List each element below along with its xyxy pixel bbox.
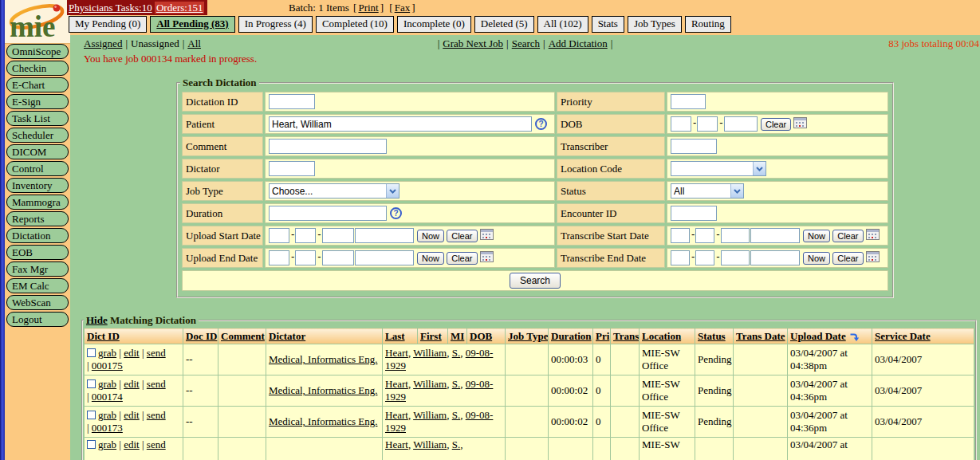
- patient-name-link[interactable]: William: [413, 438, 447, 450]
- sidebar-item-mammogra[interactable]: Mammogra: [6, 195, 69, 210]
- calendar-icon[interactable]: [793, 117, 807, 132]
- print-link[interactable]: Print: [358, 2, 378, 14]
- sidebar-item-e-chart[interactable]: E-Chart: [6, 77, 69, 92]
- dictator-link[interactable]: Medical, Informatics Eng.: [269, 384, 377, 396]
- upload-start-now-button[interactable]: Now: [417, 230, 444, 242]
- tab-incomplete-0[interactable]: Incomplete (0): [397, 16, 471, 33]
- help-icon[interactable]: ?: [390, 207, 402, 219]
- send-link[interactable]: send: [147, 347, 166, 359]
- tab-all-102[interactable]: All (102): [537, 16, 588, 33]
- send-link[interactable]: send: [147, 378, 166, 390]
- patient-name-link[interactable]: William: [413, 409, 447, 421]
- sort-link-trans-date[interactable]: Trans Date: [736, 330, 785, 342]
- sort-link-pri[interactable]: Pri: [596, 330, 609, 342]
- tab-job-types[interactable]: Job Types: [628, 16, 682, 33]
- orders-link[interactable]: Orders:151: [155, 2, 205, 14]
- dictation-id-field[interactable]: [269, 94, 315, 109]
- transcribe-end-month-field[interactable]: [671, 250, 690, 265]
- tab-in-progress-4[interactable]: In Progress (4): [238, 16, 313, 33]
- upload-end-clear-button[interactable]: Clear: [447, 252, 477, 265]
- transcribe-end-day-field[interactable]: [695, 250, 714, 265]
- comment-field[interactable]: [269, 139, 387, 154]
- sidebar-item-task-list[interactable]: Task List: [6, 111, 69, 126]
- sort-link-mi[interactable]: MI: [451, 330, 464, 342]
- row-checkbox[interactable]: [87, 440, 96, 449]
- add-dictation-link[interactable]: Add Dictation: [549, 37, 608, 49]
- patient-name-link[interactable]: William: [413, 378, 447, 390]
- sort-link-dictator[interactable]: Dictator: [269, 330, 305, 342]
- dictator-link[interactable]: Medical, Informatics Eng.: [269, 353, 377, 365]
- patient-name-link[interactable]: S.: [452, 409, 460, 421]
- patient-name-link[interactable]: William: [413, 347, 447, 359]
- upload-end-month-field[interactable]: [269, 250, 289, 265]
- sort-link-first[interactable]: First: [420, 330, 442, 342]
- sort-link-job-type[interactable]: Job Type: [508, 330, 548, 342]
- sort-link-comment[interactable]: Comment: [221, 330, 265, 342]
- dict-id-link[interactable]: 000174: [92, 391, 123, 403]
- patient-name-link[interactable]: Heart: [385, 347, 408, 359]
- dob-clear-button[interactable]: Clear: [761, 118, 791, 131]
- sort-link-service-date[interactable]: Service Date: [875, 330, 931, 342]
- tab-all-pending-83[interactable]: All Pending (83): [150, 16, 234, 33]
- row-checkbox[interactable]: [87, 379, 96, 388]
- sidebar-item-dicom[interactable]: DICOM: [6, 144, 69, 159]
- dob-day-field[interactable]: [697, 116, 718, 132]
- upload-end-day-field[interactable]: [295, 250, 316, 265]
- patient-name-link[interactable]: Heart: [385, 438, 408, 450]
- grab-link[interactable]: grab: [98, 438, 116, 450]
- send-link[interactable]: send: [147, 409, 166, 421]
- transcribe-start-time-field[interactable]: [750, 228, 800, 243]
- edit-link[interactable]: edit: [124, 347, 140, 359]
- patient-name-link[interactable]: S.: [452, 438, 460, 450]
- sort-link-dob[interactable]: DOB: [470, 330, 492, 342]
- patient-name-link[interactable]: S.: [452, 378, 460, 390]
- upload-start-year-field[interactable]: [322, 228, 354, 243]
- search-button[interactable]: Search: [510, 273, 561, 289]
- calendar-icon[interactable]: [866, 229, 880, 243]
- grab-next-job-link[interactable]: Grab Next Job: [443, 37, 503, 49]
- transcribe-start-day-field[interactable]: [695, 228, 714, 243]
- patient-field[interactable]: [269, 116, 532, 132]
- grab-link[interactable]: grab: [98, 409, 116, 421]
- location-code-select[interactable]: [671, 161, 766, 176]
- calendar-icon[interactable]: [480, 251, 494, 265]
- job-type-select[interactable]: Choose...: [269, 183, 399, 199]
- sidebar-item-scheduler[interactable]: Scheduler: [6, 128, 69, 143]
- physicians-tasks-link[interactable]: Physicians Tasks:10: [69, 2, 152, 14]
- sidebar-item-inventory[interactable]: Inventory: [6, 178, 69, 193]
- sort-link-trans[interactable]: Trans: [613, 330, 639, 342]
- transcribe-end-clear-button[interactable]: Clear: [832, 252, 863, 265]
- sort-link-upload-date[interactable]: Upload Date: [790, 330, 846, 342]
- patient-name-link[interactable]: Heart: [385, 409, 408, 421]
- edit-link[interactable]: edit: [124, 378, 140, 390]
- dictator-field[interactable]: [269, 161, 315, 176]
- upload-end-year-field[interactable]: [322, 250, 354, 265]
- sort-link-location[interactable]: Location: [642, 330, 681, 342]
- sidebar-item-e-sign[interactable]: E-Sign: [6, 94, 69, 109]
- upload-end-time-field[interactable]: [355, 250, 414, 265]
- encounter-id-field[interactable]: [671, 206, 717, 221]
- send-link[interactable]: send: [147, 438, 166, 450]
- dictator-link[interactable]: Medical, Informatics Eng.: [269, 415, 377, 427]
- row-checkbox[interactable]: [87, 348, 96, 357]
- calendar-icon[interactable]: [866, 251, 880, 265]
- transcribe-end-time-field[interactable]: [750, 250, 800, 265]
- patient-name-link[interactable]: Heart: [385, 378, 408, 390]
- sidebar-item-omniscope[interactable]: OmniScope: [6, 44, 69, 59]
- tab-routing[interactable]: Routing: [685, 16, 731, 33]
- sidebar-item-control[interactable]: Control: [6, 161, 69, 176]
- upload-start-clear-button[interactable]: Clear: [447, 230, 477, 242]
- search-link[interactable]: Search: [512, 37, 540, 49]
- upload-start-month-field[interactable]: [269, 228, 289, 243]
- dict-id-link[interactable]: 000173: [92, 422, 123, 434]
- dob-year-field[interactable]: [724, 116, 758, 132]
- transcribe-end-year-field[interactable]: [721, 250, 750, 265]
- edit-link[interactable]: edit: [124, 409, 140, 421]
- mie-logo[interactable]: mie: [5, 0, 70, 44]
- grab-link[interactable]: grab: [98, 347, 116, 359]
- dob-month-field[interactable]: [671, 116, 691, 132]
- tab-my-pending-0[interactable]: My Pending (0): [69, 16, 147, 33]
- sidebar-item-reports[interactable]: Reports: [6, 211, 69, 226]
- sort-link-duration[interactable]: Duration: [551, 330, 592, 342]
- tab-deleted-5[interactable]: Deleted (5): [474, 16, 534, 33]
